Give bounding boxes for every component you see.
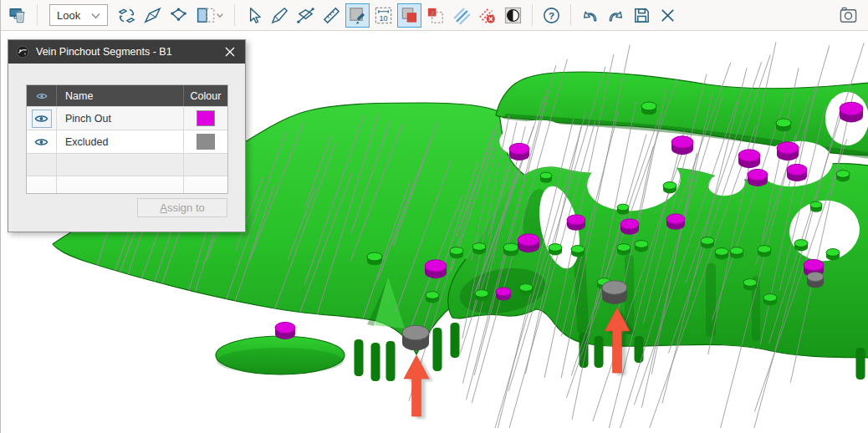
- slicer-blade-icon: [143, 6, 162, 25]
- green-contact-marker: [549, 244, 562, 256]
- ruler-icon: [322, 6, 341, 25]
- pinch-out-marker: [496, 288, 511, 300]
- contrast-button[interactable]: [501, 3, 525, 28]
- eye-icon: [36, 92, 48, 100]
- clear-scene-icon: [8, 6, 28, 25]
- dialog-title: Vein Pinchout Segments - B1: [36, 46, 213, 58]
- table-empty-row: [27, 153, 227, 176]
- green-contact-marker: [641, 102, 656, 115]
- dialog-icon: [16, 45, 29, 59]
- assign-to-button[interactable]: Assign to: [137, 198, 227, 217]
- show-interval-selection-button[interactable]: [397, 3, 421, 28]
- table-empty-row: [27, 176, 227, 193]
- visibility-toggle[interactable]: [32, 110, 52, 128]
- vein-leg: [595, 336, 604, 368]
- close-tool-button[interactable]: [656, 3, 680, 28]
- slice-mode-button[interactable]: [192, 3, 227, 28]
- green-contact-marker: [540, 172, 552, 183]
- vein-leg: [355, 339, 364, 376]
- vein-leg: [433, 328, 442, 371]
- look-dropdown[interactable]: Look: [49, 4, 108, 26]
- pinch-out-marker: [620, 219, 639, 235]
- visibility-column-header[interactable]: [27, 85, 57, 106]
- screenshot-button[interactable]: [836, 3, 860, 28]
- green-contact-marker: [663, 182, 677, 194]
- close-x-icon: [658, 6, 677, 25]
- colour-swatch[interactable]: [197, 110, 215, 126]
- red-dashed-square-icon: [426, 6, 445, 25]
- eye-icon: [34, 114, 49, 124]
- rotate-plane-icon: [117, 6, 136, 25]
- undo-icon: [580, 6, 600, 25]
- table-header-row: Name Colour: [27, 85, 227, 106]
- pinch-out-marker: [671, 136, 693, 155]
- toolbar-separator: [234, 4, 235, 26]
- edit-polyline-button[interactable]: [166, 3, 191, 28]
- segments-table: Name Colour Pinch Out: [26, 84, 228, 194]
- excluded-marker: [602, 281, 627, 304]
- draw-surface-icon: [348, 6, 367, 25]
- vein-leg: [371, 343, 380, 381]
- slice-rect-icon: [195, 6, 225, 25]
- pencil-blade-icon: [270, 6, 289, 25]
- edit-plane-button[interactable]: [294, 3, 318, 28]
- help-button[interactable]: ?: [539, 3, 564, 28]
- draw-polyline-button[interactable]: [268, 3, 292, 28]
- table-row-pinch-out[interactable]: Pinch Out: [27, 106, 227, 130]
- green-contact-marker: [635, 241, 648, 252]
- pinch-out-marker: [275, 322, 295, 339]
- save-icon: [632, 6, 651, 25]
- toolbar-separator: [532, 4, 533, 26]
- pinch-out-marker: [840, 102, 863, 122]
- interval-spacing-button[interactable]: 10: [371, 3, 396, 28]
- pinch-out-marker: [509, 143, 529, 160]
- green-contact-marker: [810, 201, 822, 212]
- name-column-header: Name: [57, 85, 184, 106]
- undo-button[interactable]: [578, 3, 602, 28]
- hatch-lines-icon: [452, 6, 471, 25]
- rotate-plane-button[interactable]: [115, 3, 139, 28]
- select-intervals-button[interactable]: [423, 3, 447, 28]
- remove-hatch-button[interactable]: [475, 3, 499, 28]
- pancake-shade: [217, 348, 344, 374]
- dialog-titlebar[interactable]: Vein Pinchout Segments - B1: [8, 40, 245, 64]
- segment-name: Excluded: [57, 130, 184, 153]
- green-contact-marker: [617, 244, 631, 256]
- pinch-out-marker: [787, 164, 807, 181]
- colour-swatch[interactable]: [197, 134, 215, 150]
- green-contact-marker: [730, 247, 743, 259]
- green-contact-marker: [794, 240, 808, 252]
- save-button[interactable]: [630, 3, 654, 28]
- hatch-remove-icon: [477, 6, 497, 25]
- draw-on-surface-button[interactable]: [345, 3, 370, 28]
- polyline-plane-icon: [169, 6, 188, 25]
- vein-pinchout-dialog: Vein Pinchout Segments - B1 Name Colour: [8, 39, 246, 232]
- redo-button[interactable]: [604, 3, 628, 28]
- clear-scene-button[interactable]: [6, 3, 30, 28]
- table-row-excluded[interactable]: Excluded: [27, 130, 227, 153]
- colour-column-header: Colour: [184, 85, 227, 106]
- green-contact-marker: [519, 284, 533, 296]
- vein-leg: [856, 348, 865, 380]
- green-contact-marker: [758, 246, 771, 257]
- draw-slicer-button[interactable]: [140, 3, 165, 28]
- hatch-button[interactable]: [449, 3, 473, 28]
- green-contact-marker: [503, 243, 518, 256]
- pinch-out-marker: [425, 260, 447, 278]
- pinch-out-marker: [666, 214, 685, 230]
- pinch-out-marker: [748, 169, 768, 186]
- interval-10-icon: 10: [374, 6, 393, 25]
- measure-button[interactable]: [319, 3, 344, 28]
- vein-leg: [386, 341, 396, 381]
- look-dropdown-label: Look: [57, 9, 80, 22]
- dialog-close-button[interactable]: [220, 42, 240, 62]
- toolbar-separator: [37, 4, 38, 26]
- visibility-toggle[interactable]: [33, 134, 51, 150]
- green-contact-marker: [472, 243, 486, 255]
- red-gray-squares-icon: [400, 6, 419, 25]
- green-contact-marker: [836, 171, 850, 182]
- toolbar: Look10?: [1, 0, 868, 31]
- select-button[interactable]: [242, 3, 266, 28]
- plane-slash-icon: [296, 6, 315, 25]
- green-contact-marker: [701, 237, 714, 249]
